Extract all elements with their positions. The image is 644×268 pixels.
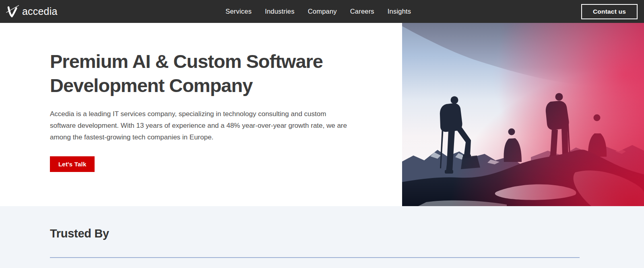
trusted-by-divider [50, 257, 580, 258]
lets-talk-button[interactable]: Let's Talk [50, 156, 95, 172]
trusted-by-section: Trusted By [0, 206, 644, 268]
logo-checkmark-icon [5, 3, 20, 20]
hero-title: Premium AI & Custom Software Development… [50, 49, 364, 98]
nav-item-insights[interactable]: Insights [388, 8, 411, 15]
contact-us-button[interactable]: Contact us [581, 4, 638, 19]
nav-item-services[interactable]: Services [225, 8, 252, 15]
trusted-by-heading: Trusted By [50, 227, 644, 240]
hero-description: Accedia is a leading IT services company… [50, 108, 351, 143]
hero-content: Premium AI & Custom Software Development… [50, 23, 364, 172]
hero-title-line-2: Development Company [50, 74, 364, 98]
main-navigation: Services Industries Company Careers Insi… [225, 0, 411, 23]
nav-item-company[interactable]: Company [308, 8, 337, 15]
top-navbar: accedia Services Industries Company Care… [0, 0, 644, 23]
hero-image [402, 23, 644, 206]
accedia-logo[interactable]: accedia [0, 3, 58, 20]
logo-text: accedia [22, 6, 58, 17]
hikers-mountain-illustration [402, 23, 644, 206]
nav-item-careers[interactable]: Careers [350, 8, 374, 15]
nav-item-industries[interactable]: Industries [265, 8, 295, 15]
hero-section: Premium AI & Custom Software Development… [0, 23, 644, 206]
hero-title-line-1: Premium AI & Custom Software [50, 49, 364, 74]
